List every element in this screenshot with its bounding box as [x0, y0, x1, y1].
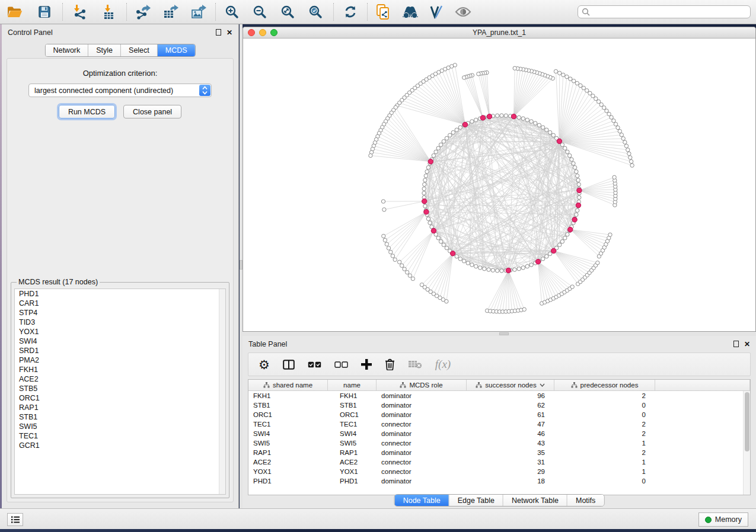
scrollbar-thumb[interactable]	[745, 392, 749, 451]
ring-node[interactable]	[455, 128, 458, 132]
ring-node[interactable]	[529, 120, 533, 123]
ring-node[interactable]	[576, 178, 580, 182]
zoom-selected-icon[interactable]	[307, 3, 324, 21]
function-builder-icon[interactable]: f(x)	[435, 358, 451, 371]
leaf-node[interactable]	[382, 234, 385, 238]
result-list-item[interactable]: SRD1	[15, 346, 225, 355]
leaf-node[interactable]	[369, 153, 372, 157]
mcds-hub-node[interactable]	[506, 268, 511, 273]
tab-network-table[interactable]: Network Table	[503, 495, 567, 506]
ring-node[interactable]	[534, 121, 537, 125]
leaf-node[interactable]	[554, 69, 557, 73]
open-folder-icon[interactable]	[6, 3, 24, 21]
ring-node[interactable]	[572, 162, 575, 165]
ring-node[interactable]	[470, 263, 474, 267]
show-columns-icon[interactable]	[283, 360, 295, 370]
splitter-grip[interactable]	[499, 332, 509, 335]
ring-node[interactable]	[575, 170, 578, 174]
result-list-item[interactable]: CAR1	[15, 299, 225, 308]
result-list-item[interactable]: SWI5	[15, 422, 225, 431]
mcds-hub-node[interactable]	[431, 228, 436, 233]
leaf-node[interactable]	[387, 246, 390, 250]
search-input[interactable]	[592, 8, 747, 16]
mcds-hub-node[interactable]	[424, 210, 429, 214]
leaf-node[interactable]	[612, 119, 615, 123]
float-panel-icon[interactable]	[216, 29, 221, 36]
mcds-hub-node[interactable]	[557, 139, 562, 143]
ring-node[interactable]	[436, 146, 440, 150]
ring-node[interactable]	[496, 269, 499, 273]
ring-node[interactable]	[500, 114, 503, 117]
ring-node[interactable]	[432, 153, 435, 157]
zoom-out-icon[interactable]	[251, 3, 269, 21]
result-list-item[interactable]: PHD1	[15, 289, 225, 299]
ring-node[interactable]	[479, 266, 482, 270]
leaf-node[interactable]	[393, 258, 397, 261]
result-list-item[interactable]: FKH1	[15, 365, 225, 374]
table-row[interactable]: ACE2ACE2connector311	[248, 457, 750, 467]
ring-node[interactable]	[445, 246, 448, 249]
leaf-node[interactable]	[613, 175, 616, 179]
mcds-hub-node[interactable]	[480, 116, 485, 120]
ring-node[interactable]	[576, 209, 579, 212]
leaf-node[interactable]	[381, 200, 385, 203]
ring-node[interactable]	[573, 166, 576, 169]
settings-gear-icon[interactable]: ⚙	[259, 358, 270, 371]
ring-node[interactable]	[578, 196, 581, 199]
ring-node[interactable]	[474, 118, 478, 121]
leaf-node[interactable]	[408, 274, 412, 277]
table-row[interactable]: PHD1PHD1dominator180	[248, 476, 750, 486]
save-icon[interactable]	[36, 3, 53, 21]
ring-node[interactable]	[466, 261, 470, 265]
ring-node[interactable]	[487, 268, 490, 271]
table-row[interactable]: YOX1YOX1connector291	[248, 467, 750, 476]
tab-motifs[interactable]: Motifs	[567, 495, 604, 506]
ring-node[interactable]	[428, 221, 432, 225]
leaf-node[interactable]	[569, 77, 572, 81]
leaf-node[interactable]	[614, 122, 617, 126]
ring-node[interactable]	[491, 268, 495, 272]
ring-node[interactable]	[474, 264, 478, 268]
ring-node[interactable]	[563, 236, 567, 240]
column-header-successor-nodes[interactable]: successor nodes	[467, 380, 554, 390]
ring-node[interactable]	[570, 158, 573, 161]
mcds-hub-node[interactable]	[422, 199, 427, 204]
close-panel-button[interactable]: Close panel	[123, 105, 181, 118]
leaf-node[interactable]	[477, 72, 480, 76]
ring-node[interactable]	[423, 178, 427, 182]
vizmap-toggle-icon[interactable]	[428, 3, 445, 21]
ring-node[interactable]	[500, 269, 503, 273]
column-header-name[interactable]: name	[328, 380, 377, 390]
delete-row-icon[interactable]	[385, 358, 395, 370]
leaf-node[interactable]	[403, 267, 406, 271]
ring-node[interactable]	[517, 267, 521, 271]
ring-node[interactable]	[537, 123, 541, 127]
table-row[interactable]: STB1STB1dominator620	[248, 400, 750, 410]
optimization-criterion-dropdown[interactable]: largest connected component (undirected)	[28, 84, 212, 97]
hide-details-eye-icon[interactable]	[454, 3, 472, 21]
share-document-icon[interactable]	[374, 3, 392, 21]
leaf-node[interactable]	[629, 156, 632, 159]
import-network-icon[interactable]	[71, 3, 89, 21]
ring-node[interactable]	[551, 133, 555, 137]
tab-mcds[interactable]: MCDS	[158, 44, 195, 56]
task-history-button[interactable]	[7, 513, 23, 526]
ring-node[interactable]	[529, 263, 533, 267]
search-binoculars-icon[interactable]	[401, 3, 419, 21]
leaf-node[interactable]	[621, 137, 625, 140]
result-list-scrollbar[interactable]	[219, 289, 225, 494]
tab-edge-table[interactable]: Edge Table	[449, 495, 503, 506]
leaf-node[interactable]	[624, 144, 628, 148]
result-list-item[interactable]: PMA2	[15, 355, 225, 365]
ring-node[interactable]	[548, 130, 552, 134]
column-header-MCDS-role[interactable]: MCDS role	[377, 380, 467, 390]
leaf-node[interactable]	[565, 75, 569, 78]
leaf-node[interactable]	[623, 140, 627, 144]
result-list-item[interactable]: TEC1	[15, 431, 225, 441]
mcds-hub-node[interactable]	[576, 203, 580, 207]
tab-select[interactable]: Select	[121, 44, 158, 56]
mcds-hub-node[interactable]	[568, 227, 573, 232]
leaf-node[interactable]	[585, 89, 589, 92]
ring-node[interactable]	[448, 133, 452, 137]
leaf-node[interactable]	[383, 238, 387, 242]
